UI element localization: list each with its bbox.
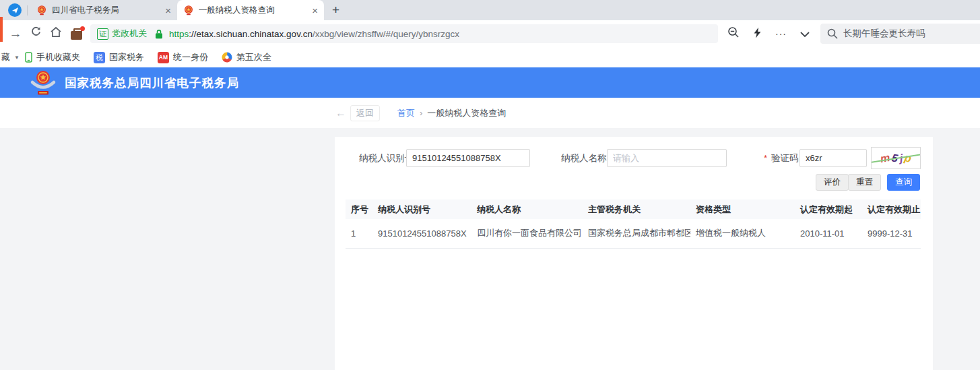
bookmark-national-tax[interactable]: 税 国家税务	[94, 51, 144, 63]
taxpayer-id-input[interactable]	[406, 149, 530, 167]
cell-taxpayer-id: 91510124551088758X	[372, 219, 471, 248]
bookmarks-bar: 藏 ▼ 手机收藏夹 税 国家税务 AM 统一身份 第五次全	[0, 47, 980, 67]
am-badge-icon: AM	[158, 52, 169, 63]
tax-emblem-icon	[183, 5, 194, 16]
breadcrumb-separator: ›	[420, 108, 422, 118]
page-content: 纳税人识别号 纳税人名称 * 验证码 m 5 j p 评价 重置 查询 序号 纳…	[0, 128, 980, 370]
evaluate-button[interactable]: 评价	[816, 174, 849, 191]
browser-globe-icon	[222, 52, 232, 63]
cell-qualification-type: 增值税一般纳税人	[690, 219, 795, 248]
captcha-char: m	[879, 151, 890, 164]
cert-label: 党政机关	[112, 28, 147, 40]
tab-title: 一般纳税人资格查询	[199, 5, 307, 16]
bookmark-label: 统一身份	[173, 51, 208, 63]
bookmark-overflow-label: 藏	[1, 51, 10, 63]
query-button[interactable]: 查询	[887, 174, 920, 191]
bookmark-overflow[interactable]: 藏 ▼	[1, 51, 20, 63]
table-header-row: 序号 纳税人识别号 纳税人名称 主管税务机关 资格类型 认定有效期起 认定有效期…	[346, 199, 921, 219]
col-taxpayer-id: 纳税人识别号	[372, 199, 471, 219]
bookmark-label: 国家税务	[109, 51, 144, 63]
captcha-image[interactable]: m 5 j p	[871, 147, 921, 169]
new-tab-button[interactable]: +	[332, 3, 339, 18]
lightning-icon[interactable]	[753, 27, 762, 41]
tab-title: 四川省电子税务局	[52, 5, 160, 16]
tab-close-icon[interactable]: ×	[312, 5, 318, 16]
tab-close-icon[interactable]: ×	[165, 5, 171, 16]
breadcrumb-home-link[interactable]: 首页	[397, 107, 415, 119]
tab-strip: 四川省电子税务局 × 一般纳税人资格查询 × +	[0, 0, 980, 20]
search-suggestion-text: 长期午睡会更长寿吗	[843, 28, 925, 40]
taxpayer-id-label: 纳税人识别号	[359, 152, 414, 164]
tab-general-taxpayer-query[interactable]: 一般纳税人资格查询 ×	[177, 0, 324, 20]
tab-sichuan-etax[interactable]: 四川省电子税务局 ×	[30, 0, 177, 20]
site-title: 国家税务总局四川省电子税务局	[65, 75, 239, 91]
url-host: ://etax.sichuan.chinatax.gov.cn	[189, 29, 313, 39]
address-bar[interactable]: 证 党政机关 https://etax.sichuan.chinatax.gov…	[90, 24, 718, 43]
col-valid-from: 认定有效期起	[795, 199, 862, 219]
bookmark-unified-identity[interactable]: AM 统一身份	[158, 51, 208, 63]
home-icon[interactable]	[46, 26, 66, 41]
refresh-icon[interactable]	[26, 26, 46, 41]
paper-plane-icon	[11, 7, 19, 14]
docked-panel-edge	[0, 17, 3, 42]
bookmark-label: 第五次全	[236, 51, 271, 63]
table-row: 1 91510124551088758X 四川有你一面食品有限公司 国家税务总局…	[346, 219, 921, 248]
back-arrow-icon[interactable]: ←	[335, 107, 346, 119]
briefcase-icon[interactable]	[66, 28, 86, 40]
col-taxpayer-name: 纳税人名称	[471, 199, 583, 219]
cell-taxpayer-name: 四川有你一面食品有限公司	[471, 219, 583, 248]
search-box[interactable]: 长期午睡会更长寿吗	[820, 24, 980, 44]
url-text: https://etax.sichuan.chinatax.gov.cn/xxb…	[169, 29, 459, 39]
toolbar-actions: ···	[718, 26, 820, 41]
col-valid-until: 认定有效期止	[862, 199, 921, 219]
taxpayer-name-input[interactable]	[607, 149, 727, 167]
col-qualification-type: 资格类型	[690, 199, 795, 219]
caret-down-icon: ▼	[14, 55, 20, 61]
notification-dot	[80, 26, 85, 31]
tax-bureau-logo	[30, 69, 57, 97]
breadcrumb: ← 返回 首页 › 一般纳税人资格查询	[0, 98, 980, 128]
phone-icon	[25, 52, 32, 63]
captcha-label: 验证码	[771, 152, 799, 164]
required-mark: *	[764, 153, 767, 163]
query-panel: 纳税人识别号 纳税人名称 * 验证码 m 5 j p 评价 重置 查询 序号 纳…	[335, 137, 933, 370]
cert-badge-icon[interactable]: 证	[97, 28, 108, 40]
tab-divider	[27, 5, 28, 16]
lock-icon	[155, 29, 163, 39]
bookmark-mobile-favorites[interactable]: 手机收藏夹	[25, 51, 80, 63]
tax-emblem-icon	[36, 5, 47, 16]
result-table: 序号 纳税人识别号 纳税人名称 主管税务机关 资格类型 认定有效期起 认定有效期…	[346, 199, 921, 249]
captcha-input[interactable]	[799, 149, 867, 167]
bookmark-fifth-census[interactable]: 第五次全	[222, 51, 271, 63]
forward-icon[interactable]: →	[5, 26, 26, 41]
reset-button[interactable]: 重置	[848, 174, 881, 191]
col-tax-authority: 主管税务机关	[583, 199, 690, 219]
taxpayer-name-label: 纳税人名称	[561, 152, 607, 164]
cell-seq: 1	[346, 219, 372, 248]
cell-valid-until: 9999-12-31	[862, 219, 921, 248]
breadcrumb-current: 一般纳税人资格查询	[427, 107, 506, 119]
bookmark-label: 手机收藏夹	[36, 51, 80, 63]
cell-tax-authority: 国家税务总局成都市郫都区税...	[583, 219, 690, 248]
cell-valid-from: 2010-11-01	[795, 219, 862, 248]
url-path: /xxbg/view/zhsffw/#/query/ybnsrzgcx	[313, 29, 459, 39]
back-button[interactable]: 返回	[350, 105, 380, 121]
more-menu-icon[interactable]: ···	[775, 28, 787, 39]
browser-logo-icon[interactable]	[8, 3, 22, 17]
tax-badge-icon: 税	[94, 52, 105, 63]
chevron-down-icon[interactable]	[800, 28, 810, 40]
zoom-out-icon[interactable]	[727, 26, 740, 41]
captcha-char: p	[903, 152, 913, 165]
browser-toolbar: → 证 党政机关 https://etax.sichuan.chinatax.g…	[0, 20, 980, 47]
col-seq: 序号	[346, 199, 372, 219]
url-scheme: https	[169, 29, 189, 39]
briefcase-body	[71, 31, 82, 40]
search-icon	[827, 28, 838, 39]
site-header: 国家税务总局四川省电子税务局	[0, 67, 980, 98]
